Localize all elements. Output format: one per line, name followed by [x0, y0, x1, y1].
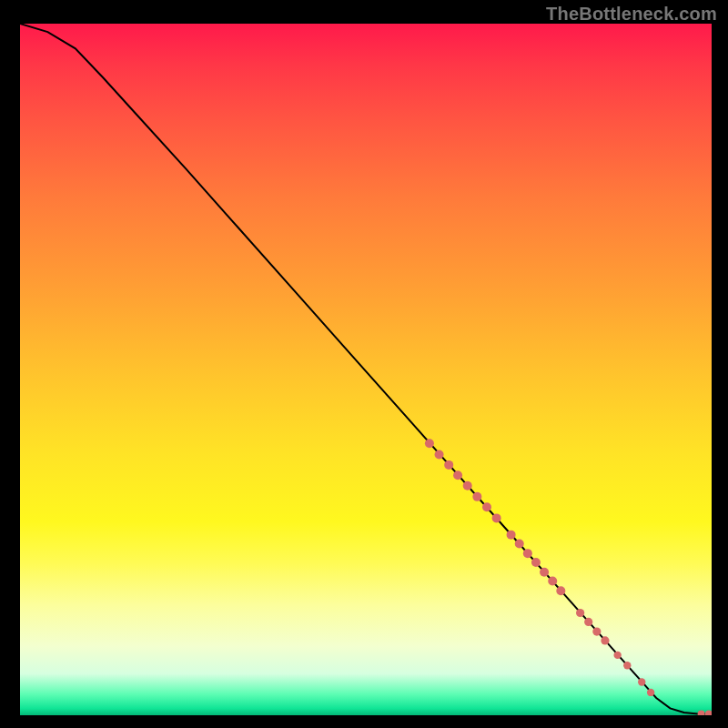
data-point: [523, 549, 532, 558]
data-point: [507, 531, 516, 540]
data-point: [472, 492, 481, 501]
data-point: [613, 652, 621, 659]
data-points-group: [425, 439, 712, 715]
chart-overlay-svg: [20, 24, 712, 715]
data-point: [705, 710, 712, 715]
data-point: [482, 502, 491, 511]
data-point: [647, 689, 654, 696]
data-point: [515, 540, 524, 549]
data-point: [584, 618, 592, 626]
data-point: [492, 513, 501, 522]
data-point: [548, 577, 557, 586]
data-point: [576, 609, 584, 617]
plot-area: [20, 24, 712, 715]
data-point: [623, 662, 631, 669]
data-point: [435, 450, 444, 459]
data-point: [531, 558, 541, 567]
data-point: [444, 460, 453, 470]
attribution-text: TheBottleneck.com: [546, 4, 717, 25]
data-point: [601, 636, 609, 644]
chart-stage: TheBottleneck.com: [0, 0, 728, 728]
data-point: [698, 710, 705, 715]
data-point: [592, 627, 601, 635]
data-point: [556, 586, 565, 595]
data-point: [463, 481, 472, 490]
bottleneck-curve: [20, 24, 712, 713]
data-point: [425, 439, 434, 448]
data-point: [453, 470, 462, 480]
data-point: [638, 678, 645, 685]
data-point: [540, 568, 549, 577]
